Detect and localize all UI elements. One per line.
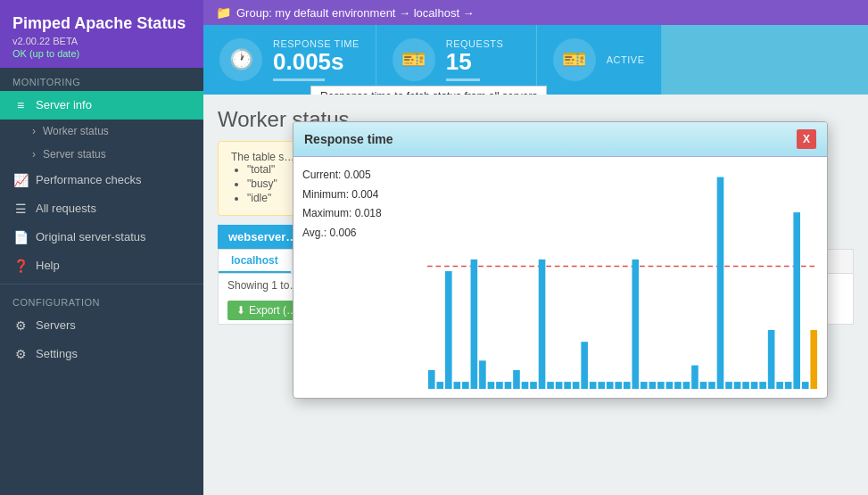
list-icon: ☰ — [12, 202, 29, 216]
svg-rect-20 — [590, 382, 597, 389]
clock-icon[interactable]: 🕐 — [219, 38, 262, 81]
svg-rect-35 — [717, 177, 724, 390]
metric-underline — [446, 78, 481, 81]
metric-label: ACTIVE — [607, 54, 645, 65]
svg-rect-28 — [657, 382, 665, 389]
svg-rect-15 — [547, 382, 554, 389]
svg-rect-26 — [641, 382, 648, 389]
chart-icon: 📈 — [12, 173, 29, 187]
sidebar-item-original-server-status[interactable]: 📄 Original server-status — [0, 223, 203, 252]
modal-body: Current: 0.005 Minimum: 0.004 Maximum: 0… — [293, 157, 827, 398]
svg-rect-43 — [785, 382, 792, 389]
svg-rect-39 — [751, 382, 758, 389]
svg-rect-29 — [666, 382, 674, 389]
ticket-icon[interactable]: 🎫 — [393, 38, 435, 81]
sidebar-item-label: Settings — [36, 347, 78, 360]
sidebar-brand-version: v2.00.22 BETA — [12, 36, 191, 46]
metric-value: 15 — [446, 49, 504, 75]
metric-value: 0.005s — [273, 49, 360, 75]
svg-rect-12 — [522, 382, 529, 389]
svg-rect-7 — [479, 360, 486, 389]
svg-rect-46 — [810, 330, 817, 389]
sidebar-item-server-info[interactable]: ≡ Server info — [0, 91, 203, 120]
svg-rect-14 — [539, 260, 546, 389]
settings-icon: ⚙ — [12, 347, 29, 361]
sidebar-brand: Pimped Apache Status v2.00.22 BETA OK (u… — [0, 0, 203, 68]
sidebar-divider — [0, 284, 203, 285]
configuration-label: Configuration — [0, 288, 203, 311]
stat-avg: Avg.: 0.006 — [302, 224, 418, 243]
sidebar-brand-status: OK (up to date) — [12, 48, 191, 59]
sidebar-item-label: All requests — [36, 202, 96, 215]
svg-rect-3 — [445, 271, 452, 389]
tab-localhost[interactable]: localhost — [219, 250, 291, 273]
download-icon: ⬇ — [236, 304, 245, 317]
svg-rect-22 — [607, 382, 614, 389]
metric-response-time-content: RESPONSE TIME 0.005s — [273, 38, 360, 81]
svg-rect-37 — [734, 382, 741, 389]
svg-rect-32 — [691, 366, 699, 389]
sidebar-item-label: Servers — [36, 318, 76, 332]
response-time-modal[interactable]: Response time X Current: 0.005 Minimum: … — [293, 121, 828, 399]
metric-requests[interactable]: 🎫 REQUESTS 15 — [376, 25, 537, 95]
sidebar-item-help[interactable]: ❓ Help — [0, 252, 203, 280]
stat-current: Current: 0.005 — [302, 166, 418, 186]
ticket-icon[interactable]: 🎫 — [553, 38, 596, 81]
svg-rect-33 — [700, 382, 707, 389]
svg-rect-5 — [462, 382, 469, 389]
svg-rect-40 — [759, 382, 766, 389]
sidebar-item-server-status[interactable]: › Server status — [0, 143, 203, 166]
chevron-icon: › — [32, 148, 36, 161]
monitoring-label: Monitoring — [0, 68, 203, 91]
svg-rect-36 — [725, 382, 732, 389]
sidebar-item-performance-checks[interactable]: 📈 Performance checks — [0, 166, 203, 194]
svg-rect-30 — [674, 382, 682, 389]
svg-rect-19 — [581, 342, 588, 389]
svg-rect-2 — [436, 382, 443, 389]
sidebar-item-worker-status[interactable]: › Worker status — [0, 120, 203, 143]
svg-rect-27 — [649, 382, 657, 389]
metric-active[interactable]: 🎫 ACTIVE — [537, 25, 662, 95]
metric-response-time[interactable]: 🕐 RESPONSE TIME 0.005s — [203, 25, 376, 95]
list-icon: ≡ — [12, 98, 29, 112]
sidebar-item-servers[interactable]: ⚙ Servers — [0, 311, 203, 340]
server-icon: ⚙ — [12, 318, 29, 333]
sidebar-item-all-requests[interactable]: ☰ All requests — [0, 194, 203, 223]
chevron-icon: › — [32, 125, 36, 137]
sidebar-item-label: Server info — [36, 98, 92, 111]
svg-rect-16 — [556, 382, 563, 389]
export-label: Export (… — [249, 304, 297, 317]
sidebar-item-label: Help — [36, 259, 60, 272]
metric-requests-content: REQUESTS 15 — [446, 38, 504, 81]
sidebar: Pimped Apache Status v2.00.22 BETA OK (u… — [0, 0, 203, 495]
svg-rect-17 — [564, 382, 571, 389]
metric-underline — [273, 78, 325, 81]
svg-rect-44 — [793, 212, 800, 389]
doc-icon: 📄 — [12, 230, 29, 244]
svg-rect-31 — [683, 382, 690, 389]
metrics-row: 🕐 RESPONSE TIME 0.005s 🎫 REQUESTS 15 🎫 A… — [203, 25, 868, 95]
modal-close-button[interactable]: X — [797, 129, 816, 149]
modal-chart — [427, 166, 818, 389]
svg-rect-24 — [624, 382, 631, 389]
svg-rect-42 — [776, 382, 783, 389]
svg-rect-45 — [802, 382, 809, 389]
svg-rect-1 — [428, 370, 435, 389]
svg-rect-11 — [513, 370, 520, 389]
svg-rect-41 — [768, 330, 775, 389]
content-area: Worker status The table s… "total" "busy… — [203, 95, 868, 495]
svg-rect-4 — [454, 382, 461, 389]
sidebar-item-settings[interactable]: ⚙ Settings — [0, 340, 203, 368]
sidebar-item-label: Performance checks — [36, 173, 142, 186]
modal-stats: Current: 0.005 Minimum: 0.004 Maximum: 0… — [302, 166, 418, 389]
svg-rect-10 — [505, 382, 512, 389]
svg-rect-34 — [708, 382, 715, 389]
sidebar-item-label: Original server-status — [36, 230, 146, 243]
svg-rect-6 — [471, 260, 478, 389]
folder-icon: 📁 — [216, 5, 231, 20]
topbar-text: Group: my default environment → localhos… — [236, 6, 475, 20]
stat-minimum: Minimum: 0.004 — [302, 186, 418, 205]
svg-rect-23 — [615, 382, 622, 389]
sidebar-brand-title: Pimped Apache Status — [12, 14, 191, 34]
help-icon: ❓ — [12, 259, 29, 273]
